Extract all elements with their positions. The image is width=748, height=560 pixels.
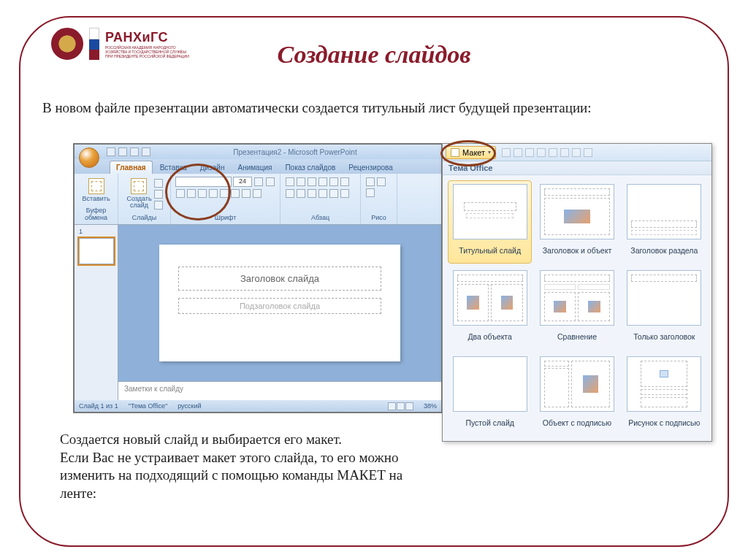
office-button[interactable] — [79, 147, 99, 168]
layout-content-caption[interactable]: Объект с подписью — [535, 353, 618, 435]
layout-title-slide[interactable]: Титульный слайд — [449, 181, 531, 263]
view-buttons[interactable] — [388, 402, 413, 410]
title-placeholder[interactable]: Заголовок слайда — [178, 266, 381, 291]
status-slide: Слайд 1 из 1 — [79, 402, 118, 410]
tab-review[interactable]: Рецензирова — [343, 161, 399, 174]
group-paragraph: Абзац — [285, 214, 356, 221]
gallery-section-header: Тема Office — [443, 161, 711, 175]
delete-mini-icon[interactable] — [154, 201, 163, 210]
quick-access-toolbar[interactable] — [107, 147, 150, 156]
status-bar: Слайд 1 из 1 "Тема Office" русский 38% — [75, 400, 441, 412]
group-font: Шрифт — [175, 214, 275, 221]
status-zoom: 38% — [424, 402, 437, 410]
clipboard-icon — [88, 178, 104, 194]
subtitle-placeholder[interactable]: Подзаголовок слайда — [178, 298, 381, 314]
new-slide-button[interactable]: Создать слайд — [125, 177, 153, 210]
status-theme: "Тема Office" — [129, 402, 167, 410]
chevron-down-icon: ▾ — [488, 149, 491, 156]
slide-thumbnails: 1 — [75, 225, 118, 400]
slide-canvas: Заголовок слайда Подзаголовок слайда — [159, 245, 400, 361]
reset-mini-icon[interactable] — [154, 190, 163, 199]
layout-title-only[interactable]: Только заголовок — [623, 267, 706, 349]
layout-picture-caption[interactable]: Рисунок с подписью — [623, 353, 706, 435]
powerpoint-window: Презентация2 - Microsoft PowerPoint Глав… — [73, 143, 443, 413]
layout-section-header[interactable]: Заголовок раздела — [623, 181, 706, 263]
outro-text: Создается новый слайд и выбирается его м… — [60, 431, 425, 503]
tab-slideshow[interactable]: Показ слайдов — [279, 161, 341, 174]
group-clipboard: Буфер обмена — [79, 207, 113, 221]
window-title: Презентация2 - Microsoft PowerPoint — [153, 148, 437, 156]
layout-icon — [451, 148, 459, 157]
ribbon-tabs: Главная Вставка Дизайн Анимация Показ сл… — [75, 159, 441, 174]
intro-text: В новом файле презентации автоматически … — [42, 99, 706, 118]
status-lang: русский — [178, 402, 201, 410]
group-slides: Слайды — [123, 214, 166, 221]
layout-gallery: Макет ▾ Тема Office Титульный слайд Заго… — [442, 143, 712, 442]
tab-home[interactable]: Главная — [110, 161, 153, 174]
thumbnail-1[interactable] — [79, 238, 114, 264]
font-size-field[interactable]: 24 — [233, 177, 252, 187]
ribbon: Вставить Буфер обмена Создать слайд Слай… — [75, 174, 441, 225]
layout-comparison[interactable]: Сравнение — [535, 267, 618, 349]
layout-blank[interactable]: Пустой слайд — [449, 353, 531, 435]
layout-mini-icon[interactable] — [154, 179, 163, 188]
slide-editor[interactable]: Заголовок слайда Подзаголовок слайда — [118, 225, 441, 381]
tab-animation[interactable]: Анимация — [232, 161, 278, 174]
group-drawing: Рисо — [365, 214, 392, 221]
tab-insert[interactable]: Вставка — [154, 161, 193, 174]
layout-two-content[interactable]: Два объекта — [449, 267, 531, 349]
titlebar: Презентация2 - Microsoft PowerPoint — [75, 145, 441, 159]
new-slide-icon — [131, 178, 147, 194]
tab-design[interactable]: Дизайн — [194, 161, 231, 174]
layout-dropdown-button[interactable]: Макет ▾ — [446, 146, 496, 159]
paste-button[interactable]: Вставить — [80, 177, 111, 204]
page-title: Создание слайдов — [0, 41, 748, 69]
disabled-ribbon-icons — [502, 148, 592, 157]
notes-pane[interactable]: Заметки к слайду — [118, 381, 441, 400]
layout-title-content[interactable]: Заголовок и объект — [535, 181, 618, 263]
